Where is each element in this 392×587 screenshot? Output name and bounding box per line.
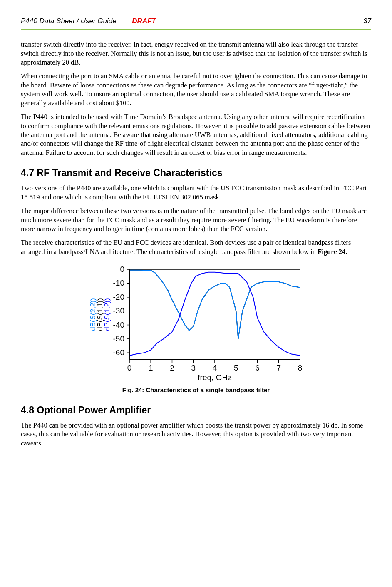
body-paragraph: Two versions of the P440 are available, … — [21, 184, 371, 201]
svg-text:0: 0 — [127, 363, 132, 372]
svg-text:-50: -50 — [113, 334, 124, 343]
body-paragraph: The receive characteristics of the EU an… — [21, 238, 371, 256]
figure-ref: Figure 24. — [318, 248, 347, 256]
body-text: The receive characteristics of the EU an… — [21, 239, 351, 255]
header-title: P440 Data Sheet / User Guide — [21, 17, 140, 26]
svg-text:6: 6 — [255, 363, 260, 372]
svg-text:5: 5 — [234, 363, 238, 372]
bandpass-filter-chart: 0123456780-10-20-30-40-50-60freq, GHzdB(… — [84, 262, 308, 383]
figure-24: 0123456780-10-20-30-40-50-60freq, GHzdB(… — [21, 262, 371, 394]
svg-rect-0 — [129, 269, 300, 360]
section-heading-4-8: 4.8 Optional Power Amplifier — [21, 404, 371, 417]
svg-text:3: 3 — [191, 363, 196, 372]
body-paragraph: transfer switch directly into the receiv… — [21, 40, 371, 67]
svg-text:freq, GHz: freq, GHz — [198, 373, 231, 382]
svg-text:-30: -30 — [113, 306, 124, 315]
body-paragraph: The P440 can be provided with an optiona… — [21, 421, 371, 448]
body-paragraph: The P440 is intended to be used with Tim… — [21, 112, 371, 157]
svg-text:8: 8 — [298, 363, 303, 372]
figure-caption: Fig. 24: Characteristics of a single ban… — [21, 386, 371, 394]
svg-text:-60: -60 — [113, 348, 124, 357]
header-draft-label: DRAFT — [132, 17, 251, 26]
svg-text:0: 0 — [120, 265, 124, 274]
svg-text:7: 7 — [276, 363, 281, 372]
svg-text:-40: -40 — [113, 321, 124, 329]
body-paragraph: When connecting the port to an SMA cable… — [21, 72, 371, 107]
page-header: P440 Data Sheet / User Guide DRAFT 37 — [21, 17, 371, 26]
section-heading-4-7: 4.7 RF Transmit and Receive Characterist… — [21, 167, 371, 179]
svg-text:4: 4 — [213, 363, 217, 372]
svg-text:dB(S(1,2)): dB(S(1,2)) — [103, 298, 111, 331]
svg-text:-20: -20 — [113, 293, 124, 301]
header-divider — [21, 29, 371, 30]
header-page-number: 37 — [252, 17, 371, 26]
svg-text:2: 2 — [170, 363, 174, 372]
svg-text:-10: -10 — [113, 279, 124, 288]
svg-text:1: 1 — [149, 363, 153, 372]
body-paragraph: The major difference between these two v… — [21, 206, 371, 233]
